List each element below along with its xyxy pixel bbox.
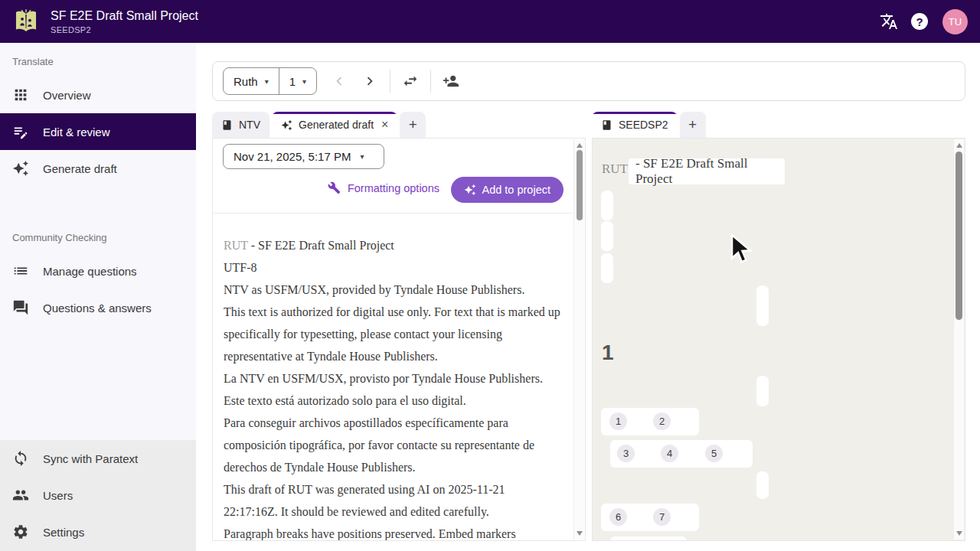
tab-seedsp2[interactable]: SEEDSP2 [592,112,678,138]
edit-note-icon [12,123,29,140]
swap-panes-button[interactable] [395,66,426,96]
top-app-bar: SF E2E Draft Small Project SEEDSP2 ? TU [0,0,980,43]
add-to-project-label: Add to project [482,184,550,196]
formatting-options-button[interactable]: Formatting options [328,181,439,194]
chevron-down-icon: ▾ [265,77,269,86]
draft-paragraph: La NTV en USFM/USX, provisto por Tyndale… [224,367,560,412]
skeleton-placeholder [601,221,613,251]
tab-generated-draft[interactable]: Generated draft × [272,112,397,138]
scrollbar-thumb[interactable] [956,152,962,320]
verse-number[interactable]: 7 [653,508,671,526]
sidebar-section-community-checking: Community Checking [0,230,196,245]
sidebar-item-manage-questions[interactable]: Manage questions [0,253,196,289]
person-add-icon [443,73,459,90]
scroll-up-icon[interactable] [577,143,583,148]
book-title-field[interactable]: - SF E2E Draft Small Project [629,158,785,184]
sidebar-section-translate: Translate [0,54,196,69]
close-icon[interactable]: × [381,119,388,131]
sidebar-gap [0,187,196,230]
add-tab-button[interactable]: + [680,112,706,138]
previous-chapter-button[interactable] [324,66,354,96]
draft-paragraph: This text is authorized for digital use … [224,301,560,367]
generated-draft-panel: Nov 21, 2025, 5:17 PM ▾ Formatting optio… [212,138,586,541]
chevron-down-icon: ▾ [302,77,306,86]
sidebar-item-overview[interactable]: Overview [0,77,196,113]
app-logo-icon [12,8,40,35]
project-editor-pane: SEEDSP2 + RUT - SF E2E Draft Small Proje… [592,112,965,541]
scroll-up-icon[interactable] [956,143,962,148]
draft-paragraph: This draft of RUT was generated using AI… [224,478,560,523]
chapter-select[interactable]: 1 ▾ [279,67,316,95]
user-avatar[interactable]: TU [942,9,968,34]
sidebar-item-label: Edit & review [43,126,110,139]
skeleton-placeholder [601,253,613,283]
book-chapter-selector: Ruth ▾ 1 ▾ [223,67,317,95]
draft-heading-suffix: - SF E2E Draft Small Project [248,239,394,252]
sidebar-item-label: Overview [43,89,91,102]
sidebar-item-label: Sync with Paratext [43,452,138,465]
verse-number[interactable]: 4 [661,445,678,462]
verse-number[interactable]: 2 [653,412,671,430]
sparkle-icon [281,119,292,131]
verse-number[interactable]: 1 [609,412,627,430]
sidebar-item-label: Users [43,489,73,502]
add-to-project-button[interactable]: Add to project [451,177,564,203]
draft-text-editor[interactable]: RUT - SF E2E Draft Small Project UTF-8 N… [224,234,560,541]
verse-number[interactable]: 3 [617,445,635,462]
next-chapter-button[interactable] [354,66,385,96]
sidebar-item-sync-paratext[interactable]: Sync with Paratext [0,440,196,477]
toolbar-divider [390,70,390,93]
translate-icon [880,12,898,31]
help-button[interactable]: ? [904,6,935,37]
help-icon: ? [911,13,928,30]
book-select[interactable]: Ruth ▾ [224,67,279,95]
project-title: SF E2E Draft Small Project [51,8,198,23]
apps-icon [12,86,29,103]
left-pane-scrollbar[interactable] [573,139,584,540]
sidebar-item-label: Settings [43,526,84,539]
share-add-person-button[interactable] [436,66,466,96]
scrollbar-thumb[interactable] [577,150,583,220]
panel-divider [213,213,572,214]
verse-segment-row: 8 [610,536,687,541]
sparkle-icon [464,184,476,196]
scroll-down-icon[interactable] [577,531,583,536]
draft-paragraph: NTV as USFM/USX, provided by Tyndale Hou… [224,279,560,301]
chapter-number: 1 [602,341,614,365]
sidebar-item-questions-answers[interactable]: Questions & answers [0,289,196,326]
sidebar-bottom-section: Sync with Paratext Users Settings [0,440,196,551]
verse-number[interactable]: 6 [609,508,627,526]
sidebar-item-edit-review[interactable]: Edit & review [0,113,196,150]
draft-paragraph: Paragraph breaks have positions preserve… [224,523,560,541]
draft-paragraph: UTF-8 [224,256,560,279]
sidebar-item-generate-draft[interactable]: Generate draft [0,150,196,187]
sidebar-item-users[interactable]: Users [0,477,196,514]
book-select-value: Ruth [234,75,258,88]
book-code-label: RUT [224,239,248,252]
book-code-label: RUT [602,161,628,177]
project-text-editor[interactable]: RUT - SF E2E Draft Small Project 1 1 2 3… [592,138,965,541]
draft-paragraph: Para conseguir archivos apostillados esp… [224,412,560,478]
book-icon [601,119,612,131]
app-root: SF E2E Draft Small Project SEEDSP2 ? TU … [0,0,980,551]
sidebar: Translate Overview Edit & review Generat… [0,43,196,551]
tab-label: NTV [239,119,260,131]
draft-revision-select[interactable]: Nov 21, 2025, 5:17 PM ▾ [223,144,384,169]
formatting-options-label: Formatting options [348,182,439,194]
app-title-block: SF E2E Draft Small Project SEEDSP2 [51,8,198,34]
chevron-down-icon: ▾ [360,152,364,161]
verse-number[interactable]: 5 [705,445,723,462]
tab-ntv[interactable]: NTV [212,112,270,138]
scroll-down-icon[interactable] [956,531,962,536]
chevron-right-icon [361,73,378,90]
book-icon [221,119,233,131]
group-icon [12,487,29,504]
right-pane-tabbar: SEEDSP2 + [592,112,965,138]
tab-label: Generated draft [299,119,374,131]
right-pane-scrollbar[interactable] [953,139,964,540]
language-button[interactable] [874,6,904,37]
add-tab-button[interactable]: + [400,112,426,138]
list-icon [12,262,29,279]
sidebar-item-settings[interactable]: Settings [0,514,196,550]
verse-segment-row: 1 2 [601,408,699,435]
